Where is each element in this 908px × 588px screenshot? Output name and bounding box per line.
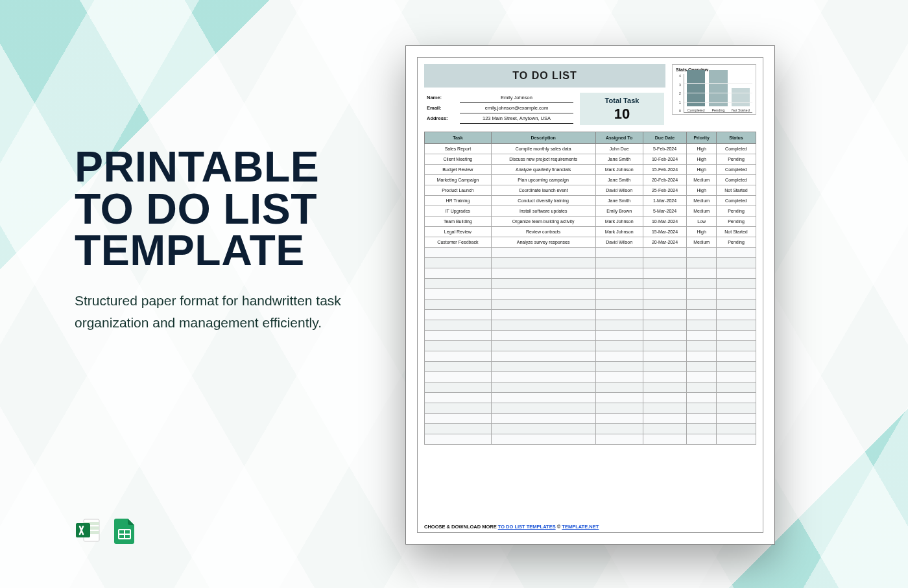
table-cell-empty bbox=[491, 320, 595, 331]
table-cell-empty bbox=[643, 414, 687, 424]
table-cell: Medium bbox=[687, 206, 717, 217]
table-cell: Product Launch bbox=[425, 185, 492, 196]
total-task-box: Total Task 10 bbox=[580, 93, 664, 125]
document-title: TO DO LIST bbox=[424, 64, 665, 88]
table-cell: Completed bbox=[717, 165, 756, 175]
table-cell: 15-Feb-2024 bbox=[643, 165, 687, 175]
table-cell-empty bbox=[491, 268, 595, 279]
chart-bar-label: Not Started bbox=[732, 108, 750, 112]
table-cell-empty bbox=[595, 403, 643, 414]
title-line-3: TEMPLATE bbox=[75, 226, 305, 274]
table-cell-empty bbox=[491, 258, 595, 268]
table-cell-empty bbox=[717, 258, 756, 268]
table-cell-empty bbox=[491, 300, 595, 310]
table-row-empty bbox=[425, 414, 756, 424]
table-row-empty bbox=[425, 382, 756, 393]
table-row-empty bbox=[425, 362, 756, 372]
table-cell: Mark Johnson bbox=[595, 165, 643, 175]
table-cell-empty bbox=[595, 414, 643, 424]
table-cell: Completed bbox=[717, 196, 756, 206]
table-cell-empty bbox=[717, 310, 756, 320]
table-cell-empty bbox=[717, 414, 756, 424]
table-cell: Plan upcoming campaign bbox=[491, 175, 595, 185]
table-cell: Completed bbox=[717, 175, 756, 185]
table-cell-empty bbox=[687, 248, 717, 258]
chart-bar: Not Started bbox=[732, 88, 750, 112]
table-cell-empty bbox=[491, 248, 595, 258]
table-cell-empty bbox=[595, 382, 643, 393]
table-cell-empty bbox=[643, 434, 687, 445]
table-row-empty bbox=[425, 248, 756, 258]
table-row-empty bbox=[425, 289, 756, 300]
template-document: TO DO LIST Name: Emily Johnson Email: em… bbox=[405, 45, 775, 545]
table-body: Sales ReportCompile monthly sales dataJo… bbox=[425, 144, 756, 445]
table-row: Customer FeedbackAnalyze survey response… bbox=[425, 237, 756, 248]
table-cell: Review contracts bbox=[491, 227, 595, 237]
table-cell-empty bbox=[595, 279, 643, 289]
table-cell-empty bbox=[491, 393, 595, 403]
table-cell-empty bbox=[491, 424, 595, 434]
table-cell-empty bbox=[425, 372, 492, 382]
footer-link-1[interactable]: TO DO LIST TEMPLATES bbox=[498, 524, 556, 530]
table-cell: 10-Mar-2024 bbox=[643, 217, 687, 227]
table-cell: Completed bbox=[717, 144, 756, 154]
table-cell-empty bbox=[595, 258, 643, 268]
table-cell: Legal Review bbox=[425, 227, 492, 237]
footer-pre: CHOOSE & DOWNLOAD MORE bbox=[424, 524, 498, 530]
table-row: HR TrainingConduct diversity trainingJan… bbox=[425, 196, 756, 206]
table-cell-empty bbox=[643, 331, 687, 341]
table-cell: 1-Mar-2024 bbox=[643, 196, 687, 206]
table-row-empty bbox=[425, 258, 756, 268]
table-cell-empty bbox=[687, 320, 717, 331]
table-cell-empty bbox=[717, 320, 756, 331]
footer-mid: © bbox=[556, 524, 562, 530]
table-column-header: Status bbox=[717, 132, 756, 144]
chart-bar-fill bbox=[687, 70, 705, 106]
table-cell-empty bbox=[687, 382, 717, 393]
table-row: IT UpgradesInstall software updatesEmily… bbox=[425, 206, 756, 217]
table-cell: IT Upgrades bbox=[425, 206, 492, 217]
table-cell-empty bbox=[643, 393, 687, 403]
table-cell: Customer Feedback bbox=[425, 237, 492, 248]
tasks-table: TaskDescriptionAssigned ToDue DatePriori… bbox=[424, 132, 756, 445]
table-cell: Marketing Campaign bbox=[425, 175, 492, 185]
chart-bar-label: Pending bbox=[711, 108, 724, 112]
table-cell-empty bbox=[491, 414, 595, 424]
table-cell: High bbox=[687, 227, 717, 237]
title-and-info: TO DO LIST Name: Emily Johnson Email: em… bbox=[424, 64, 665, 125]
table-cell-empty bbox=[491, 382, 595, 393]
promo-text-block: PRINTABLE TO DO LIST TEMPLATE Structured… bbox=[75, 146, 360, 333]
table-cell-empty bbox=[643, 362, 687, 372]
table-cell-empty bbox=[425, 268, 492, 279]
table-cell-empty bbox=[425, 362, 492, 372]
table-cell: Organize team-building activity bbox=[491, 217, 595, 227]
table-cell: Not Started bbox=[717, 227, 756, 237]
table-cell-empty bbox=[425, 434, 492, 445]
footer-link-2[interactable]: TEMPLATE.NET bbox=[562, 524, 599, 530]
table-cell-empty bbox=[717, 341, 756, 351]
table-cell-empty bbox=[687, 362, 717, 372]
table-row-empty bbox=[425, 300, 756, 310]
table-cell: Medium bbox=[687, 175, 717, 185]
table-cell-empty bbox=[595, 362, 643, 372]
table-cell: 5-Feb-2024 bbox=[643, 144, 687, 154]
info-row: Name: Emily Johnson Email: emily.johnson… bbox=[424, 93, 665, 125]
table-cell-empty bbox=[595, 351, 643, 362]
table-cell-empty bbox=[491, 310, 595, 320]
table-cell: High bbox=[687, 154, 717, 165]
table-cell-empty bbox=[425, 393, 492, 403]
table-row-empty bbox=[425, 310, 756, 320]
table-cell-empty bbox=[687, 393, 717, 403]
table-row: Sales ReportCompile monthly sales dataJo… bbox=[425, 144, 756, 154]
table-cell-empty bbox=[687, 424, 717, 434]
total-task-value: 10 bbox=[582, 106, 662, 123]
table-cell-empty bbox=[643, 300, 687, 310]
table-cell: 25-Feb-2024 bbox=[643, 185, 687, 196]
table-cell-empty bbox=[491, 362, 595, 372]
table-row-empty bbox=[425, 424, 756, 434]
table-cell-empty bbox=[717, 372, 756, 382]
table-cell-empty bbox=[717, 300, 756, 310]
table-row-empty bbox=[425, 320, 756, 331]
table-cell-empty bbox=[717, 403, 756, 414]
table-cell-empty bbox=[687, 351, 717, 362]
